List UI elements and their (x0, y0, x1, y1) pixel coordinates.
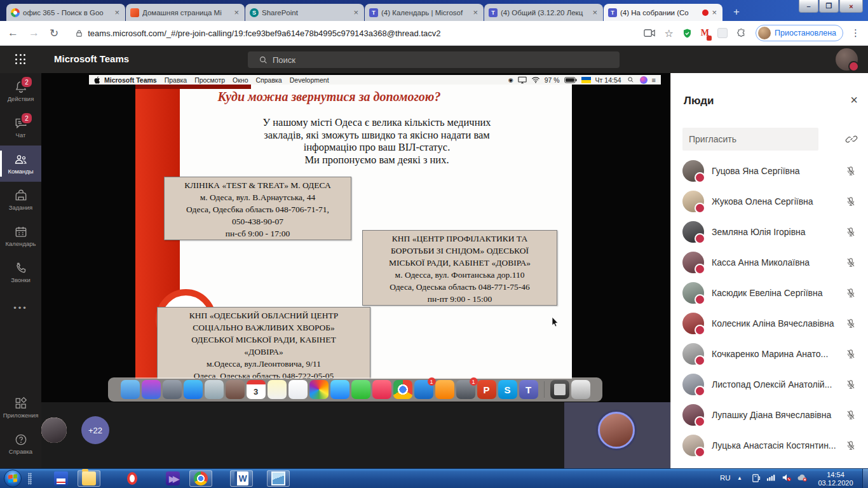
teams-user-avatar[interactable] (836, 48, 858, 71)
volume-muted-icon[interactable] (782, 473, 792, 482)
dock-app-icon[interactable] (226, 380, 245, 399)
removable-device-icon[interactable] (751, 473, 761, 483)
rail-item[interactable]: Команды (0, 146, 41, 182)
dock-app-icon[interactable] (184, 380, 203, 399)
minimize-button[interactable]: – (799, 0, 818, 13)
browser-tab[interactable]: (4) Общий (3.12.20 Лекц × (484, 4, 603, 21)
mac-menu-item[interactable]: Правка (165, 76, 187, 84)
new-tab-button[interactable]: + (728, 4, 745, 20)
dock-app-icon[interactable] (393, 380, 412, 399)
taskbar-app-button[interactable] (50, 470, 72, 487)
camera-icon[interactable] (644, 29, 656, 37)
rail-item[interactable]: Приложения (0, 390, 41, 426)
participant-avatar[interactable] (41, 417, 67, 443)
spotlight-icon[interactable] (627, 76, 634, 83)
participant-row[interactable]: Касюдик Евеліна Сергіївна (671, 278, 868, 308)
network-signal-icon[interactable] (766, 473, 776, 481)
dock-app-icon[interactable] (163, 380, 182, 399)
teams-search-input[interactable]: Поиск (248, 51, 620, 68)
tab-close-icon[interactable]: × (113, 8, 121, 17)
siri-icon[interactable] (640, 76, 648, 84)
forward-icon[interactable]: → (29, 27, 39, 39)
taskbar-app-button[interactable] (78, 470, 100, 487)
rail-item[interactable]: Задания (0, 182, 41, 218)
url-field[interactable]: teams.microsoft.com/_#/pre-join-calling/… (88, 29, 635, 38)
dock-app-icon[interactable] (550, 380, 569, 399)
browser-tab[interactable]: офис 365 - Поиск в Goo × (6, 4, 125, 21)
gmail-extension-icon[interactable]: M (701, 28, 709, 38)
participant-row[interactable]: Колесник Аліна Вячеславівна (671, 308, 868, 339)
dock-app-icon[interactable]: 3 (247, 380, 266, 399)
taskbar-app-button[interactable] (267, 470, 290, 487)
browser-tab[interactable]: SharePoint × (245, 4, 364, 21)
taskbar-app-button[interactable] (121, 470, 144, 487)
dock-app-icon[interactable] (309, 380, 329, 399)
rail-item[interactable]: 2 Чат (0, 109, 41, 146)
close-button[interactable]: × (839, 0, 863, 13)
dock-app-icon[interactable]: 1 (414, 380, 433, 399)
close-panel-icon[interactable]: × (850, 93, 858, 106)
mac-clock[interactable]: Чт 14:54 (595, 76, 621, 84)
browser-menu-icon[interactable]: ⋮ (851, 27, 860, 39)
onedrive-error-icon[interactable] (797, 473, 808, 482)
participant-row[interactable]: Лупашку Діана Вячеславівна (671, 400, 868, 430)
screen-record-icon[interactable]: ◉ (508, 77, 513, 83)
rail-item[interactable]: Звонки (0, 254, 41, 290)
dock-app-icon[interactable]: P (477, 380, 496, 399)
rail-item[interactable]: ••• (0, 290, 41, 327)
bookmark-star-icon[interactable]: ☆ (664, 27, 673, 39)
dock-app-icon[interactable]: T (519, 380, 538, 399)
rail-item[interactable]: Календарь (0, 218, 41, 254)
dock-app-icon[interactable] (351, 380, 370, 399)
mac-menu-item[interactable]: Просмотр (194, 76, 225, 84)
overflow-participants-pill[interactable]: +22 (81, 416, 109, 444)
dock-app-icon[interactable]: 1 (456, 380, 475, 399)
extensions-puzzle-icon[interactable] (736, 28, 747, 39)
tab-close-icon[interactable]: × (591, 8, 599, 17)
apple-icon[interactable] (94, 76, 100, 84)
wifi-icon[interactable] (531, 76, 540, 83)
display-icon[interactable] (518, 76, 527, 84)
dock-app-icon[interactable] (205, 380, 224, 399)
taskbar-app-button[interactable]: W (230, 470, 253, 487)
dock-app-icon[interactable] (288, 380, 308, 399)
tab-close-icon[interactable]: × (233, 8, 240, 17)
dock-app-icon[interactable] (121, 380, 140, 399)
rail-item[interactable]: Справка (0, 426, 41, 462)
browser-tab[interactable]: (4) Календарь | Microsof × (365, 4, 484, 21)
participant-row[interactable]: Гуцова Яна Сергіївна (671, 156, 868, 186)
mac-menu-item[interactable]: Development (290, 76, 329, 84)
taskbar-clock[interactable]: 14:54 03.12.2020 (815, 471, 857, 487)
taskbar-app-button[interactable] (189, 470, 212, 487)
dock-app-icon[interactable] (330, 380, 349, 399)
keyboard-layout-flag-icon[interactable] (581, 77, 591, 83)
profile-sync-pill[interactable]: Приостановлена (756, 25, 843, 41)
mac-app-name[interactable]: Microsoft Teams (104, 76, 157, 84)
dock-app-icon[interactable] (435, 380, 454, 399)
participant-row[interactable]: Кочкаренко Марина Анато... (671, 339, 868, 369)
invite-input[interactable]: Пригласить (682, 128, 818, 151)
lock-icon[interactable] (75, 29, 83, 37)
mac-menu-item[interactable]: Окно (233, 76, 248, 84)
hidden-icons-arrow-icon[interactable]: ▲ (737, 475, 742, 481)
tab-close-icon[interactable]: × (710, 8, 718, 17)
active-speaker-panel[interactable] (564, 402, 670, 468)
taskbar-app-button[interactable]: ▶▶ (161, 470, 184, 487)
maximize-button[interactable]: ❐ (819, 0, 839, 13)
reload-icon[interactable]: ↻ (50, 27, 58, 40)
inactive-extension-icon[interactable] (717, 28, 728, 38)
participant-row[interactable]: Луцька Анастасія Костянтин... (671, 430, 868, 461)
browser-tab[interactable]: (4) На собрании (Со × (604, 4, 722, 21)
language-indicator[interactable]: RU (720, 474, 731, 482)
dock-app-icon[interactable] (571, 380, 590, 399)
start-button[interactable] (4, 470, 22, 487)
back-icon[interactable]: ← (8, 27, 18, 39)
participant-row[interactable]: Жукова Олена Сергіївна (671, 186, 868, 217)
show-desktop-button[interactable] (862, 469, 868, 488)
adblock-shield-icon[interactable] (682, 28, 693, 39)
tab-close-icon[interactable]: × (471, 8, 479, 17)
tab-close-icon[interactable]: × (352, 8, 360, 17)
participant-row[interactable]: Земляна Юлія Ігорівна (671, 217, 868, 247)
dock-app-icon[interactable] (268, 380, 287, 399)
dock-app-icon[interactable] (372, 380, 391, 399)
